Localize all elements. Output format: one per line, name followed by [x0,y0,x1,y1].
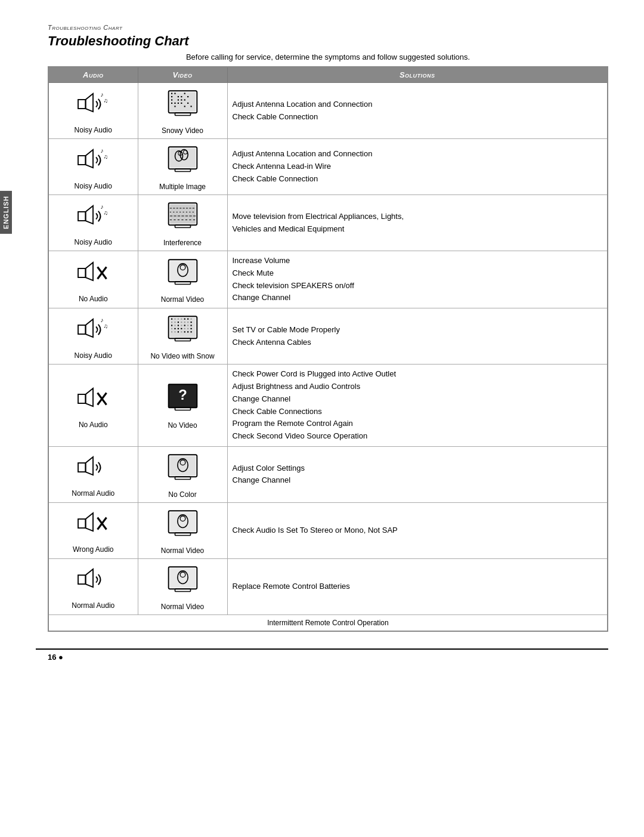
svg-rect-9 [184,93,185,94]
table-row: ♪ ♫ Noisy Audio Multiple Image Adjust An… [48,139,608,195]
solution-item: Vehicles and Medical Equipment [233,223,603,236]
video-icon-container: Interference [143,199,222,247]
video-cell: Interference [138,195,227,251]
svg-marker-100 [86,388,94,406]
solutions-cell: Replace Remote Control Batteries [227,558,608,614]
svg-rect-31 [175,169,190,171]
audio-cell: No Audio [48,365,138,447]
svg-rect-67 [181,319,182,320]
video-icon [163,143,202,179]
svg-rect-25 [190,106,191,107]
video-icon-container: Normal Video [143,563,222,611]
audio-cell: Wrong Audio [48,502,138,558]
video-label: Multiple Image [159,183,206,191]
audio-cell: ♪ ♫ Noisy Audio [48,195,138,251]
svg-rect-74 [181,322,182,323]
page-title: Troubleshooting Chart [48,33,608,49]
header-video: Video [138,67,227,83]
audio-icon [75,563,111,598]
solutions-list: Adjust Color SettingsChange Channel [233,462,603,487]
svg-rect-13 [187,96,188,97]
solution-item: Check Mute [233,267,603,280]
svg-rect-98 [190,331,191,332]
video-label: Normal Video [161,295,204,304]
solution-item: Change Channel [233,474,603,487]
svg-rect-83 [187,325,188,326]
solution-item: Program the Remote Control Again [233,418,603,430]
video-cell: ? No Video [138,365,227,447]
solutions-cell: Adjust Antenna Location and ConnectionCh… [227,83,608,139]
audio-cell: ♪ ♫ Noisy Audio [48,83,138,139]
svg-text:♫: ♫ [104,323,109,329]
audio-label: Wrong Audio [73,545,114,554]
svg-rect-95 [181,331,182,332]
subtitle: Before calling for service, determine th… [48,52,608,61]
svg-rect-92 [171,331,172,332]
table-row: Wrong Audio Normal Video Check Audio Is … [48,502,608,558]
header-solutions: Solutions [227,67,608,83]
svg-rect-69 [187,319,188,320]
video-cell: Multiple Image [138,139,227,195]
solution-item: Check Power Cord is Plugged into Active … [233,368,603,381]
solutions-list: Check Power Cord is Plugged into Active … [233,368,603,443]
svg-rect-72 [174,322,175,323]
solution-item: Adjust Color Settings [233,462,603,475]
video-label: No Color [168,490,196,499]
solution-item: Check Antenna Cables [233,336,603,349]
svg-rect-16 [181,99,182,100]
audio-icon: ♪ ♫ [75,313,111,348]
svg-marker-1 [86,94,94,112]
audio-icon [75,382,111,417]
solution-item: Check Audio Is Set To Stereo or Mono, No… [233,524,603,537]
svg-rect-87 [177,328,178,329]
svg-rect-63 [169,318,195,338]
audio-icon: ♪ ♫ [75,144,111,178]
page-number: 16 ● [48,653,63,662]
bottom-note: Intermittent Remote Control Operation [48,614,608,631]
svg-rect-66 [177,319,178,320]
svg-rect-21 [181,103,182,104]
svg-rect-12 [181,96,182,97]
svg-rect-15 [177,99,178,100]
video-icon-container: Normal Video [143,255,222,304]
svg-rect-71 [171,322,172,323]
audio-icon [75,257,111,291]
solutions-list: Move television from Electrical Applianc… [233,211,603,236]
audio-label: No Audio [79,421,108,429]
audio-icon-container: ♪ ♫ Noisy Audio [54,88,133,134]
audio-cell: No Audio [48,251,138,308]
video-icon: ? [163,381,202,418]
solution-item: Check Antenna Lead-in Wire [233,160,603,173]
audio-cell: ♪ ♫ Noisy Audio [48,139,138,195]
svg-rect-42 [175,225,190,227]
svg-rect-43 [169,205,195,224]
svg-rect-23 [174,106,175,107]
video-label: Snowy Video [162,126,203,135]
audio-label: Normal Audio [72,489,114,498]
svg-marker-123 [86,569,94,587]
audio-label: Noisy Audio [75,238,112,246]
svg-rect-22 [187,103,188,104]
svg-rect-89 [184,328,185,329]
solutions-cell: Check Power Cord is Plugged into Active … [227,365,608,447]
svg-rect-68 [184,319,185,320]
section-header-small: Troubleshooting Chart [48,24,608,31]
svg-rect-70 [190,319,191,320]
table-row: ♪ ♫ Noisy Audio Interference Move televi… [48,195,608,251]
svg-rect-20 [177,103,178,104]
solution-item: Adjust Brightness and Audio Controls [233,381,603,393]
solution-item: Set TV or Cable Mode Properly [233,324,603,336]
solution-item: Move television from Electrical Applianc… [233,211,603,223]
svg-rect-93 [174,331,175,332]
video-cell: Normal Video [138,251,227,308]
svg-rect-17 [184,99,185,100]
svg-rect-14 [171,99,172,100]
audio-icon [75,507,111,542]
solution-item: Check Cable Connection [233,111,603,123]
svg-marker-27 [86,150,94,168]
svg-marker-49 [86,262,94,280]
page-wrapper: ENGLISH Troubleshooting Chart Troublesho… [0,0,644,668]
solution-item: Change Channel [233,292,603,304]
svg-marker-107 [86,457,94,475]
svg-rect-75 [184,322,185,323]
